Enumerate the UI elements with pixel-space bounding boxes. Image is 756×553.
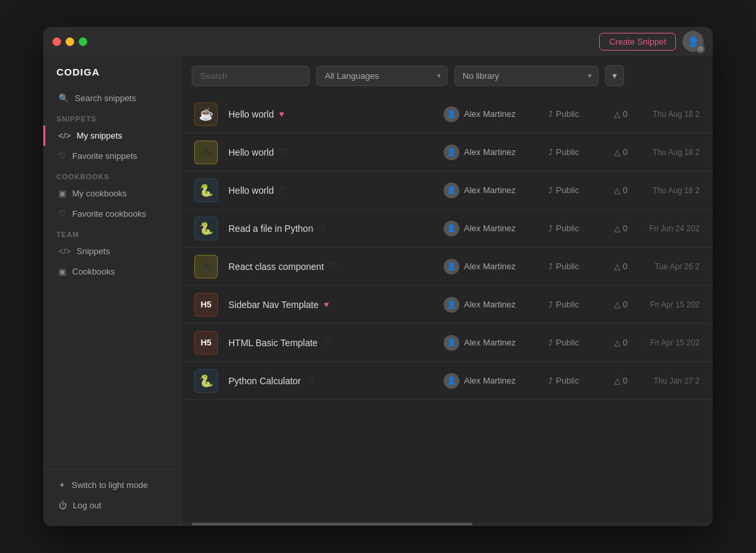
author-wrap: 👤 Alex Martinez xyxy=(444,259,549,275)
share-icon: ⤴ xyxy=(549,224,553,233)
visibility-wrap: ⤴ Public xyxy=(549,299,614,309)
upvote-icon: △ xyxy=(614,338,620,347)
favorited-icon[interactable]: ♥ xyxy=(279,109,284,119)
sidebar: CODIGA 🔍 Search snippets SNIPPETS </> My… xyxy=(43,56,181,526)
snippet-row[interactable]: 🐍 Read a file in Python ♡ 👤 Alex Martine… xyxy=(181,210,713,248)
date-text: Thu Jan 27 2 xyxy=(634,376,700,386)
author-name: Alex Martinez xyxy=(464,376,516,386)
sidebar-item-favorite-cookbooks[interactable]: ♡ Favorite cookbooks xyxy=(43,204,180,224)
code-icon-team: </> xyxy=(58,246,71,256)
visibility-wrap: ⤴ Public xyxy=(549,223,614,233)
upvote-icon: △ xyxy=(614,186,620,195)
heart-icon: ♡ xyxy=(58,151,66,161)
visibility-wrap: ⤴ Public xyxy=(549,338,614,347)
author-name: Alex Martinez xyxy=(464,223,516,233)
upvote-count: 0 xyxy=(623,147,627,157)
app-window: Create Snippet 👤 CODIGA 🔍 Search snippet… xyxy=(43,27,713,526)
date-text: Thu Aug 18 2 xyxy=(634,110,700,119)
lang-badge: 🐍 xyxy=(194,217,218,240)
light-mode-label: Switch to light mode xyxy=(72,480,148,490)
titlebar-right: Create Snippet 👤 xyxy=(599,31,704,52)
upvote-icon: △ xyxy=(614,224,620,233)
sidebar-item-team-cookbooks[interactable]: ▣ Cookbooks xyxy=(43,261,180,282)
lang-badge: JS xyxy=(194,141,218,164)
upvote-icon: △ xyxy=(614,148,620,157)
visibility-wrap: ⤴ Public xyxy=(549,185,614,195)
search-icon: 🔍 xyxy=(58,93,69,103)
sun-icon: ✦ xyxy=(58,480,66,490)
author-avatar: 👤 xyxy=(444,297,459,313)
snippet-row[interactable]: H5 Sidebar Nav Template ♥ 👤 Alex Martine… xyxy=(181,286,713,324)
author-name: Alex Martinez xyxy=(464,299,516,309)
sidebar-item-light-mode[interactable]: ✦ Switch to light mode xyxy=(43,475,180,495)
favorite-icon[interactable]: ♡ xyxy=(306,376,314,386)
favorite-icon[interactable]: ♡ xyxy=(323,338,331,347)
visibility-text: Public xyxy=(556,147,579,157)
snippet-name: Read a file in Python xyxy=(228,223,313,234)
close-button[interactable] xyxy=(52,37,61,46)
sidebar-item-search-snippets[interactable]: 🔍 Search snippets xyxy=(43,88,180,108)
my-cookbooks-label: My cookbooks xyxy=(72,188,127,198)
snippet-name: Hello world xyxy=(228,147,274,158)
upvote-wrap: △ 0 xyxy=(614,299,634,309)
search-bar: All Languages Python JavaScript Java Typ… xyxy=(181,56,713,95)
search-snippets-label: Search snippets xyxy=(75,93,136,103)
snippet-row[interactable]: ☕ Hello world ♥ 👤 Alex Martinez ⤴ Public… xyxy=(181,95,713,133)
favorite-snippets-label: Favorite snippets xyxy=(72,151,137,161)
sidebar-item-my-snippets[interactable]: </> My snippets xyxy=(43,125,180,146)
favorite-icon[interactable]: ♡ xyxy=(279,185,287,195)
lang-badge: JS xyxy=(194,255,218,278)
author-wrap: 👤 Alex Martinez xyxy=(444,144,549,160)
upvote-wrap: △ 0 xyxy=(614,338,634,347)
share-icon: ⤴ xyxy=(549,186,553,195)
upvote-count: 0 xyxy=(623,185,627,195)
code-icon: </> xyxy=(58,131,71,141)
maximize-button[interactable] xyxy=(79,37,87,46)
sidebar-item-team-snippets[interactable]: </> Snippets xyxy=(43,241,180,261)
snippet-row[interactable]: H5 HTML Basic Template ♡ 👤 Alex Martinez… xyxy=(181,324,713,362)
snippet-name-wrap: Hello world ♥ xyxy=(228,109,444,120)
snippet-row[interactable]: JS Hello world ♡ 👤 Alex Martinez ⤴ Publi… xyxy=(181,133,713,171)
visibility-wrap: ⤴ Public xyxy=(549,147,614,157)
favorited-icon[interactable]: ♥ xyxy=(324,299,329,309)
upvote-wrap: △ 0 xyxy=(614,185,634,195)
snippet-name-wrap: Python Calculator ♡ xyxy=(228,376,444,386)
minimize-button[interactable] xyxy=(66,37,74,46)
favorite-icon[interactable]: ♡ xyxy=(318,223,326,233)
snippet-name: React class component xyxy=(228,261,324,272)
book-icon: ▣ xyxy=(58,188,66,198)
upvote-wrap: △ 0 xyxy=(614,376,634,386)
author-name: Alex Martinez xyxy=(464,185,516,195)
author-name: Alex Martinez xyxy=(464,261,516,271)
upvote-count: 0 xyxy=(623,299,627,309)
snippet-name: HTML Basic Template xyxy=(228,338,318,348)
traffic-lights xyxy=(52,37,87,46)
sidebar-item-my-cookbooks[interactable]: ▣ My cookbooks xyxy=(43,183,180,204)
share-icon: ⤴ xyxy=(549,300,553,309)
snippet-row[interactable]: JS React class component ♡ 👤 Alex Martin… xyxy=(181,248,713,286)
snippet-name-wrap: Sidebar Nav Template ♥ xyxy=(228,299,444,310)
avatar[interactable]: 👤 xyxy=(682,31,704,52)
lang-badge: H5 xyxy=(194,331,218,355)
date-text: Fri Apr 15 202 xyxy=(634,300,700,309)
section-label-snippets: SNIPPETS xyxy=(43,108,180,125)
snippet-row[interactable]: 🐍 Python Calculator ♡ 👤 Alex Martinez ⤴ … xyxy=(181,362,713,400)
favorite-icon[interactable]: ♡ xyxy=(329,261,337,271)
favorite-icon[interactable]: ♡ xyxy=(279,147,287,157)
upvote-icon: △ xyxy=(614,110,620,119)
snippet-row[interactable]: 🐍 Hello world ♡ 👤 Alex Martinez ⤴ Public… xyxy=(181,171,713,210)
team-snippets-label: Snippets xyxy=(77,246,110,256)
expand-button[interactable]: ▾ xyxy=(605,65,624,86)
upvote-count: 0 xyxy=(623,376,627,386)
library-select[interactable]: No library xyxy=(454,66,598,86)
upvote-icon: △ xyxy=(614,376,620,386)
lang-badge: 🐍 xyxy=(194,179,218,202)
lang-badge: ☕ xyxy=(194,102,218,126)
search-input[interactable] xyxy=(192,66,310,86)
horizontal-scrollbar[interactable] xyxy=(181,522,713,526)
sidebar-item-favorite-snippets[interactable]: ♡ Favorite snippets xyxy=(43,146,180,166)
sidebar-item-logout[interactable]: ⏻ Log out xyxy=(43,495,180,516)
logout-icon: ⏻ xyxy=(58,500,67,510)
create-snippet-button[interactable]: Create Snippet xyxy=(599,33,676,51)
language-select[interactable]: All Languages Python JavaScript Java Typ… xyxy=(316,66,448,86)
